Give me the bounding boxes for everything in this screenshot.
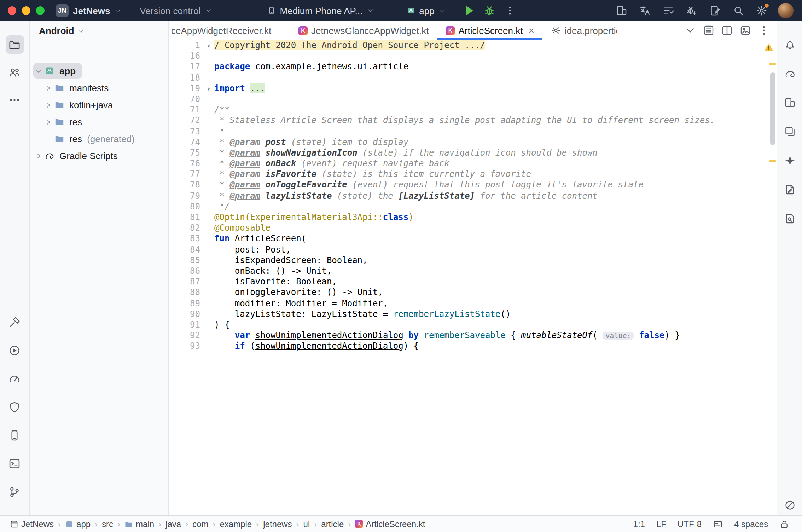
play-icon bbox=[463, 5, 474, 16]
minimize-window-button[interactable] bbox=[22, 6, 30, 15]
line-number: 90 bbox=[169, 309, 203, 319]
run-configuration-selector[interactable]: app bbox=[406, 5, 446, 16]
breadcrumb-item-jetnews[interactable]: JetNews bbox=[10, 519, 54, 529]
debug-button[interactable] bbox=[484, 5, 495, 16]
edit-document-button[interactable] bbox=[708, 4, 722, 18]
editor-scrollbar[interactable] bbox=[770, 72, 775, 145]
device-phone-button[interactable] bbox=[5, 426, 24, 444]
tree-item-app[interactable]: app bbox=[30, 62, 168, 79]
running-devices-button[interactable] bbox=[781, 123, 798, 140]
settings-button[interactable] bbox=[755, 4, 769, 18]
editor-tab-jetnewsglanceappwidget-kt[interactable]: KJetnewsGlanceAppWidget.kt bbox=[290, 21, 437, 40]
tab-label: idea.properties bbox=[565, 25, 617, 36]
user-avatar[interactable] bbox=[778, 3, 794, 18]
problems-button[interactable] bbox=[781, 497, 798, 514]
indent-widget-icon[interactable] bbox=[713, 519, 723, 529]
device-manager-button[interactable] bbox=[615, 4, 629, 18]
code-line: 87 isFavorite: Boolean, bbox=[169, 277, 777, 287]
tree-item-kotlin-java[interactable]: kotlin+java bbox=[30, 96, 168, 113]
split-editor-icon[interactable] bbox=[721, 25, 733, 36]
git-branch-button[interactable] bbox=[5, 482, 24, 501]
chevron-right-icon[interactable] bbox=[45, 101, 52, 109]
fold-marker-icon[interactable]: › bbox=[203, 40, 214, 51]
device-selector[interactable]: Medium Phone AP... bbox=[267, 5, 374, 16]
breadcrumb-item-example[interactable]: example bbox=[220, 519, 252, 529]
breadcrumb-item-jetnews[interactable]: jetnews bbox=[263, 519, 292, 529]
gradle-button[interactable] bbox=[781, 65, 798, 82]
project-folder-button[interactable] bbox=[5, 35, 24, 54]
editor-tab-idea-properties[interactable]: idea.properties bbox=[543, 21, 617, 40]
zoom-window-button[interactable] bbox=[36, 6, 45, 15]
filter-lines-button[interactable] bbox=[661, 4, 675, 18]
chevron-right-icon[interactable] bbox=[45, 118, 52, 126]
tree-item-res[interactable]: res(generated) bbox=[30, 130, 168, 147]
tree-item-manifests[interactable]: manifests bbox=[30, 79, 168, 96]
android-studio-window: JN JetNews Version control Medium Phone … bbox=[0, 0, 802, 532]
attach-debugger-button[interactable] bbox=[685, 4, 699, 18]
breadcrumb-item-main[interactable]: main bbox=[124, 519, 154, 529]
vcs-widget[interactable]: Version control bbox=[140, 5, 212, 16]
notifications-bell-button[interactable] bbox=[781, 36, 798, 53]
attach-debugger-icon bbox=[686, 5, 697, 16]
breadcrumb-item-com[interactable]: com bbox=[192, 519, 208, 529]
tree-item-res[interactable]: res bbox=[30, 113, 168, 130]
terminal-button[interactable] bbox=[5, 454, 24, 473]
breadcrumb-item-ui[interactable]: ui bbox=[303, 519, 310, 529]
shield-button[interactable] bbox=[5, 398, 24, 416]
close-tab-icon[interactable]: × bbox=[529, 25, 534, 35]
project-view-selector[interactable]: Android bbox=[30, 21, 168, 40]
translate-button[interactable] bbox=[638, 4, 652, 18]
list-view-icon[interactable] bbox=[703, 25, 714, 36]
project-widget[interactable]: JN JetNews bbox=[56, 4, 122, 17]
editor-tab-ceappwidgetreceiver-kt[interactable]: ceAppWidgetReceiver.kt bbox=[169, 21, 290, 40]
breadcrumb-separator: › bbox=[95, 519, 98, 529]
code-text: modifier: Modifier = Modifier, bbox=[214, 298, 388, 309]
close-window-button[interactable] bbox=[8, 6, 16, 15]
fold-gutter bbox=[203, 94, 214, 105]
editor-tab-articlescreen-kt[interactable]: KArticleScreen.kt× bbox=[437, 21, 542, 40]
search-button[interactable] bbox=[731, 4, 745, 18]
breadcrumb-item-article[interactable]: article bbox=[321, 519, 344, 529]
profiler-gauge-button[interactable] bbox=[5, 369, 24, 388]
inspection-warning-icon[interactable] bbox=[764, 42, 774, 52]
gemini-sparkle-button[interactable] bbox=[781, 152, 798, 169]
preview-image-icon[interactable] bbox=[740, 25, 751, 36]
warning-stripe-mark[interactable] bbox=[769, 63, 776, 65]
code-line: 73 * bbox=[169, 126, 777, 137]
code-text: * @param showNavigationIcon (state) if t… bbox=[214, 148, 598, 158]
run-button[interactable] bbox=[463, 5, 474, 16]
chevron-down-icon bbox=[115, 7, 122, 14]
hidden-tabs-chevron-icon[interactable] bbox=[685, 25, 696, 36]
chevron-down-icon[interactable] bbox=[35, 67, 42, 75]
run-circle-button[interactable] bbox=[5, 341, 24, 359]
caret-position-widget[interactable]: 1:1 bbox=[633, 519, 645, 529]
device-manager-icon bbox=[616, 5, 627, 16]
tree-item-gradle-scripts[interactable]: Gradle Scripts bbox=[30, 147, 168, 164]
chevron-right-icon[interactable] bbox=[45, 84, 52, 92]
breadcrumb-item-articlescreen-kt[interactable]: KArticleScreen.kt bbox=[355, 519, 425, 529]
code-editor[interactable]: 1›/ Copyright 2020 The Android Open Sour… bbox=[169, 40, 777, 515]
fold-gutter bbox=[203, 341, 214, 352]
project-name: JetNews bbox=[73, 5, 110, 16]
more-actions-button[interactable] bbox=[505, 6, 515, 16]
readonly-toggle-icon[interactable] bbox=[779, 519, 789, 529]
fold-marker-icon[interactable]: › bbox=[203, 83, 214, 94]
code-line: 16 bbox=[169, 51, 777, 62]
line-separator-widget[interactable]: LF bbox=[656, 519, 666, 529]
breadcrumb-item-src[interactable]: src bbox=[102, 519, 113, 529]
tree-item-content: res(generated) bbox=[43, 131, 141, 146]
encoding-widget[interactable]: UTF-8 bbox=[678, 519, 702, 529]
tab-options-icon[interactable] bbox=[758, 25, 769, 36]
warning-stripe-mark[interactable] bbox=[769, 160, 776, 162]
more-horizontal-button[interactable] bbox=[5, 91, 24, 109]
people-button[interactable] bbox=[5, 63, 24, 81]
chevron-right-icon[interactable] bbox=[35, 152, 42, 160]
build-hammer-button[interactable] bbox=[5, 313, 24, 331]
layout-inspector-button[interactable] bbox=[781, 181, 798, 198]
breadcrumb-item-app[interactable]: app bbox=[65, 519, 91, 529]
kotlin-icon: K bbox=[298, 26, 308, 35]
device-manager-button[interactable] bbox=[781, 94, 798, 111]
breadcrumb-item-java[interactable]: java bbox=[165, 519, 181, 529]
app-inspection-button[interactable] bbox=[781, 210, 798, 227]
indent-setting-widget[interactable]: 4 spaces bbox=[734, 519, 768, 529]
